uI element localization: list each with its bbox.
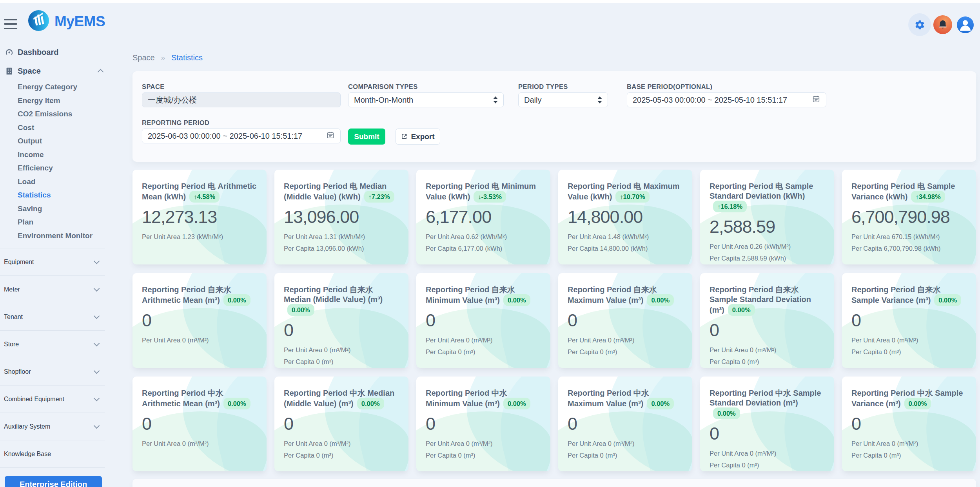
base-period-input[interactable]: 2025-05-03 00:00:00 ~ 2025-05-10 15:51:1… (627, 92, 826, 107)
sidebar-item-dashboard[interactable]: Dashboard (0, 43, 109, 62)
period-types-select[interactable]: Daily (518, 92, 608, 107)
chevron-down-icon (94, 395, 100, 402)
select-arrows-icon (597, 96, 602, 103)
sidebar-item-label: Knowledge Base (4, 451, 51, 458)
sidebar-subitem-plan[interactable]: Plan (0, 215, 109, 229)
sidebar-item-label: Dashboard (18, 48, 58, 57)
reporting-period-input[interactable]: 2025-06-03 00:00:00 ~ 2025-06-10 15:51:1… (142, 129, 341, 143)
stat-card-title: Reporting Period 电 Sample Standard Devia… (710, 181, 825, 213)
stat-card-value: 0 (851, 310, 967, 331)
sidebar-item-tenant[interactable]: Tenant (0, 303, 105, 330)
card-corner-decoration (274, 194, 408, 264)
user-avatar-button[interactable] (957, 16, 974, 33)
stat-card-title: Reporting Period 中水 Maximum Value (m³)0.… (568, 388, 683, 410)
sidebar-subitem-efficiency[interactable]: Efficiency (0, 161, 109, 175)
sidebar: DashboardSpaceEnergy CategoryEnergy Item… (0, 43, 109, 487)
sidebar-subitem-co2-emissions[interactable]: CO2 Emissions (0, 107, 109, 121)
per-capita-line: Per Capita 14,800.00 (kWh) (568, 245, 683, 252)
settings-gear-button[interactable] (908, 13, 931, 36)
next-section-panel (132, 479, 976, 487)
change-badge: 0.00% (728, 304, 755, 316)
stat-card-title: Reporting Period 电 Arithmetic Mean (kWh)… (142, 181, 257, 203)
per-unit-area-line: Per Unit Area 0 (m³/M²) (426, 337, 541, 344)
stat-card-title: Reporting Period 电 Minimum Value (kWh)↓-… (426, 181, 541, 203)
sidebar-subitem-energy-item[interactable]: Energy Item (0, 94, 109, 108)
sidebar-subitem-environment-monitor[interactable]: Environment Monitor (0, 229, 109, 243)
stat-card: Reporting Period 自来水 Minimum Value (m³)0… (416, 273, 550, 368)
stat-card-value: 0 (851, 414, 967, 434)
per-capita-line: Per Capita 0 (m³) (284, 452, 399, 459)
per-capita-line: Per Capita 0 (m³) (710, 462, 825, 469)
space-label: SPACE (142, 83, 165, 91)
reporting-period-label: REPORTING PERIOD (142, 119, 209, 127)
stat-card-title: Reporting Period 自来水 Arithmetic Mean (m³… (142, 285, 257, 306)
sidebar-item-shopfloor[interactable]: Shopfloor (0, 358, 105, 385)
stat-card-value: 0 (710, 424, 825, 444)
stat-card: Reporting Period 电 Median (Middle Value)… (274, 170, 408, 264)
stat-card-title: Reporting Period 电 Maximum Value (kWh)↑1… (568, 181, 683, 203)
sidebar-item-equipment[interactable]: Equipment (0, 248, 105, 275)
per-unit-area-line: Per Unit Area 0 (m³/M²) (710, 450, 825, 457)
sidebar-item-combined-equipment[interactable]: Combined Equipment (0, 385, 105, 413)
sidebar-item-label: Equipment (4, 259, 34, 266)
stat-card-title: Reporting Period 自来水 Minimum Value (m³)0… (426, 285, 541, 306)
sidebar-item-auxiliary-system[interactable]: Auxiliary System (0, 413, 105, 440)
card-corner-decoration (416, 298, 550, 368)
chevron-down-icon (94, 368, 100, 374)
sidebar-item-space[interactable]: Space (0, 62, 109, 80)
export-button[interactable]: Export (396, 129, 440, 145)
per-unit-area-line: Per Unit Area 0 (m³/M²) (284, 440, 399, 447)
enterprise-edition-button[interactable]: Enterprise Edition (5, 476, 102, 487)
per-unit-area-line: Per Unit Area 1.48 (kWh/M²) (568, 233, 683, 241)
per-unit-area-line: Per Unit Area 670.15 (kWh/M²) (851, 233, 967, 241)
sidebar-subitem-output[interactable]: Output (0, 134, 109, 148)
top-strip (0, 0, 980, 3)
hamburger-menu-icon[interactable] (4, 19, 17, 29)
sidebar-subitem-saving[interactable]: Saving (0, 202, 109, 216)
sidebar-subitem-energy-category[interactable]: Energy Category (0, 80, 109, 94)
sidebar-subitem-statistics[interactable]: Statistics (0, 188, 109, 202)
per-capita-line: Per Capita 0 (m³) (568, 348, 683, 356)
sidebar-item-knowledge-base[interactable]: Knowledge Base (0, 440, 105, 467)
stat-card: Reporting Period 中水 Sample Standard Devi… (700, 377, 834, 471)
stat-card-value: 2,588.59 (710, 217, 825, 237)
stat-card: Reporting Period 中水 Median (Middle Value… (274, 377, 408, 471)
chevron-down-icon (94, 340, 100, 347)
sidebar-item-meter[interactable]: Meter (0, 275, 105, 303)
space-input[interactable]: 一度城/办公楼 (142, 92, 341, 107)
sidebar-item-store[interactable]: Store (0, 330, 105, 358)
stat-card-value: 6,700,790.98 (851, 207, 967, 227)
per-unit-area-line: Per Unit Area 0 (m³/M²) (851, 337, 967, 344)
chevron-down-icon (94, 286, 100, 292)
stat-card: Reporting Period 电 Maximum Value (kWh)↑1… (558, 170, 692, 264)
change-badge: 0.00% (934, 294, 961, 306)
sidebar-subitem-cost[interactable]: Cost (0, 121, 109, 135)
comparison-types-select[interactable]: Month-On-Month (348, 92, 504, 107)
per-capita-line: Per Capita 0 (m³) (710, 358, 825, 366)
change-badge: 0.00% (503, 294, 530, 306)
card-corner-decoration (558, 298, 692, 368)
stat-card-title: Reporting Period 中水 Minimum Value (m³)0.… (426, 388, 541, 410)
change-badge: 0.00% (503, 398, 530, 409)
change-badge: ↑7.23% (364, 191, 394, 203)
sidebar-item-label: Store (4, 341, 19, 348)
change-badge: 0.00% (357, 398, 384, 409)
breadcrumb-statistics-link[interactable]: Statistics (171, 53, 203, 62)
sidebar-item-label: Space (18, 67, 41, 76)
change-badge: ↓-3.53% (474, 191, 506, 203)
change-badge: 0.00% (287, 304, 314, 316)
per-unit-area-line: Per Unit Area 0 (m³/M²) (142, 440, 257, 447)
breadcrumb-space-link[interactable]: Space (132, 53, 155, 62)
brand-logo[interactable]: MyEMS (28, 10, 105, 33)
stat-card-title: Reporting Period 自来水 Sample Standard Dev… (710, 285, 825, 316)
sidebar-subitem-load[interactable]: Load (0, 175, 109, 189)
change-badge: 0.00% (647, 398, 674, 409)
submit-button[interactable]: Submit (348, 129, 385, 145)
card-corner-decoration (558, 401, 692, 471)
change-badge: ↑10.70% (615, 191, 649, 203)
stat-card: Reporting Period 中水 Arithmetic Mean (m³)… (132, 377, 267, 471)
chevron-down-icon (94, 258, 100, 264)
sidebar-subitem-income[interactable]: Income (0, 148, 109, 162)
per-unit-area-line: Per Unit Area 1.23 (kWh/M²) (142, 233, 257, 241)
notifications-bell-button[interactable] (933, 15, 952, 34)
